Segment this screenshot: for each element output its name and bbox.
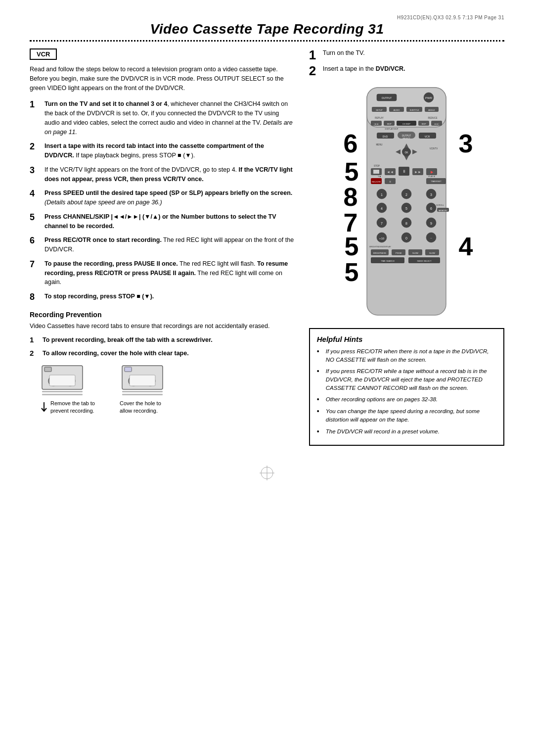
svg-text:|◄◄: |◄◄ — [374, 123, 379, 125]
svg-text:5: 5 — [405, 207, 407, 210]
svg-rect-12 — [125, 367, 132, 372]
svg-text:··: ·· — [430, 236, 432, 240]
tape2-label: Cover the hole to allow recording. — [120, 400, 169, 415]
svg-text:ANGLE: ANGLE — [429, 109, 436, 111]
right-col: 1 Turn on the TV. 2 Insert a tape in the… — [309, 48, 504, 446]
svg-text:INDEX SELECT: INDEX SELECT — [417, 260, 432, 262]
svg-rect-18 — [122, 391, 163, 392]
hint-bullet-1: • — [317, 347, 323, 356]
hints-title: Helpful Hints — [317, 335, 496, 343]
step-num-1: 1 — [30, 99, 41, 110]
step-item-4: 4 Press SPEED until the desired tape spe… — [30, 189, 294, 207]
svg-text:6: 6 — [430, 207, 432, 210]
step-num-8: 8 — [30, 292, 41, 303]
hint-item-1: • If you press REC/OTR when there is not… — [317, 347, 496, 364]
tape-svg-2 — [120, 363, 167, 398]
right-step-num-1: 1 — [309, 48, 320, 61]
svg-rect-8 — [42, 394, 83, 395]
step-num-4: 4 — [30, 189, 41, 199]
right-step-text-2: Insert a tape in the DVD/VCR. — [323, 64, 405, 74]
small-step-1: 1 To prevent recording, break off the ta… — [30, 335, 294, 345]
step-text-1: Turn on the TV and set it to channel 3 o… — [44, 99, 294, 137]
hint-item-3: • Other recording options are on pages 3… — [317, 395, 496, 404]
step-num-5: 5 — [30, 212, 41, 223]
vcr-badge: VCR — [30, 48, 57, 60]
hint-text-2: If you press REC/OTR while a tape withou… — [326, 367, 496, 392]
svg-text:1: 1 — [381, 193, 383, 196]
svg-text:SETUP: SETUP — [376, 109, 383, 111]
svg-rect-1 — [44, 367, 51, 372]
hint-text-3: Other recording options are on pages 32-… — [326, 395, 438, 404]
svg-text:MEMORY: MEMORY — [439, 209, 447, 212]
right-step-num-2: 2 — [309, 64, 320, 77]
svg-rect-6 — [49, 375, 75, 386]
step-text-5: Press CHANNEL/SKIP |◄◄/►►| (▼/▲) or the … — [44, 212, 294, 231]
hints-list: • If you press REC/OTR when there is not… — [317, 347, 496, 435]
tape-svg-1 — [40, 363, 87, 398]
small-step-num-2: 2 — [30, 349, 39, 357]
page-header: H9231CD(EN).QX3 02.9.5 7:13 PM Page 31 — [30, 15, 504, 20]
hint-bullet-3: • — [317, 395, 323, 404]
left-col: VCR Read and follow the steps below to r… — [30, 48, 294, 415]
svg-text:REC/OTR: REC/OTR — [372, 181, 381, 183]
page: H9231CD(EN).QX3 02.9.5 7:13 PM Page 31 V… — [0, 0, 534, 756]
step-num-7: 7 — [30, 259, 41, 270]
svg-text:PLAY A: PLAY A — [429, 175, 436, 178]
hint-text-4: You can change the tape speed during a r… — [326, 407, 496, 424]
svg-text:OK: OK — [405, 151, 409, 154]
small-step-text-2: To allow recording, cover the hole with … — [43, 349, 189, 358]
svg-text:STOP: STOP — [374, 165, 380, 167]
svg-text:2: 2 — [405, 193, 407, 196]
svg-rect-7 — [42, 391, 83, 392]
svg-text:TIMER/SET: TIMER/SET — [431, 180, 442, 183]
main-columns: VCR Read and follow the steps below to r… — [30, 48, 504, 446]
svg-text:TIME SEARCH: TIME SEARCH — [381, 260, 395, 262]
svg-text:⏸: ⏸ — [389, 180, 392, 183]
step-item-5: 5 Press CHANNEL/SKIP |◄◄/►►| (▼/▲) or th… — [30, 212, 294, 231]
header-meta: H9231CD(EN).QX3 02.9.5 7:13 PM Page 31 — [397, 15, 504, 20]
svg-text:CH SKIP: CH SKIP — [402, 123, 410, 125]
step-item-3: 3 If the VCR/TV light appears on the fro… — [30, 165, 294, 184]
svg-text:⏸: ⏸ — [402, 169, 406, 174]
page-title: Video Cassette Tape Recording 31 — [150, 21, 384, 37]
step-num-6: 6 — [30, 236, 41, 246]
svg-text:3: 3 — [430, 193, 432, 196]
hint-text-5: The DVD/VCR will record in a preset volu… — [326, 427, 440, 436]
hint-bullet-2: • — [317, 367, 323, 376]
svg-text:MENU: MENU — [376, 143, 383, 146]
svg-text:PWR: PWR — [425, 96, 433, 99]
step-text-7: To pause the recording, press PAUSE II o… — [44, 259, 294, 287]
small-step-num-1: 1 — [30, 335, 39, 344]
svg-text:SLOW: SLOW — [412, 252, 418, 254]
tape-illustrations: Remove the tab to prevent recording. — [40, 363, 294, 415]
tape1-label: Remove the tab to prevent recording. — [50, 400, 100, 415]
step-item-1: 1 Turn on the TV and set it to channel 3… — [30, 99, 294, 137]
svg-text:SUBTITLE: SUBTITLE — [410, 109, 419, 111]
svg-text:SKIP: SKIP — [422, 123, 426, 125]
svg-rect-19 — [122, 394, 163, 395]
hint-item-4: • You can change the tape speed during a… — [317, 407, 496, 424]
remote-container: OUTPUT PWR SETUP AUDIO SUBTITLE ANGLE — [352, 85, 461, 319]
svg-text:VCR: VCR — [425, 135, 430, 138]
dot-rule — [30, 40, 504, 42]
hint-item-5: • The DVD/VCR will record in a preset vo… — [317, 427, 496, 436]
hints-box: Helpful Hints • If you press REC/OTR whe… — [309, 328, 504, 446]
hint-item-2: • If you press REC/OTR while a tape with… — [317, 367, 496, 392]
step-text-6: Press REC/OTR once to start recording. T… — [44, 236, 294, 254]
hint-text-1: If you press REC/OTR when there is not a… — [326, 347, 496, 364]
svg-text:4: 4 — [381, 207, 383, 210]
svg-text:SKIP: SKIP — [387, 123, 392, 125]
svg-rect-64 — [373, 170, 379, 174]
svg-text:REPLAY: REPLAY — [375, 117, 384, 119]
remote-svg: OUTPUT PWR SETUP AUDIO SUBTITLE ANGLE — [352, 85, 461, 318]
registration-mark — [30, 466, 504, 480]
tape-illus-2: Cover the hole to allow recording. — [120, 363, 169, 415]
right-step-text-1: Turn on the TV. — [323, 48, 365, 58]
svg-text:SCROLL: SCROLL — [436, 204, 445, 206]
svg-rect-17 — [130, 375, 155, 386]
right-step-2: 2 Insert a tape in the DVD/VCR. — [309, 64, 504, 77]
svg-text:8: 8 — [405, 222, 407, 225]
step-text-8: To stop recording, press STOP ■ (▼). — [44, 292, 294, 301]
recording-prevention-intro: Video Cassettes have record tabs to ensu… — [30, 322, 294, 331]
steps-list: 1 Turn on the TV and set it to channel 3… — [30, 99, 294, 302]
